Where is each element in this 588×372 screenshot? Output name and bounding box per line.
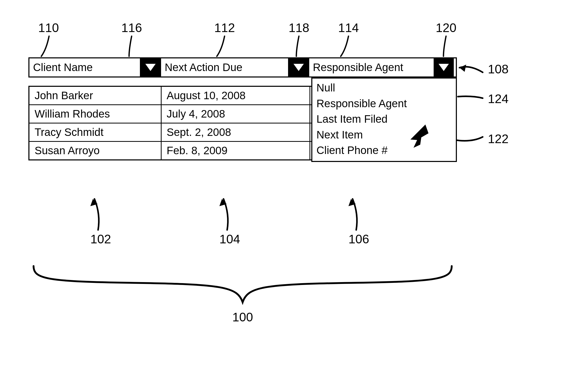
- dropdown-toggle-next-action-due[interactable]: [289, 58, 309, 76]
- header-client-name[interactable]: Client Name: [29, 58, 141, 76]
- dropdown-option-null[interactable]: Null: [316, 80, 452, 96]
- header-next-action-due-label: Next Action Due: [165, 61, 242, 74]
- ref-108: 108: [488, 62, 508, 76]
- svg-marker-0: [459, 65, 466, 72]
- svg-marker-4: [145, 64, 156, 71]
- cell-next-action-due: Feb. 8, 2009: [161, 142, 310, 160]
- dropdown-option-responsible-agent[interactable]: Responsible Agent: [316, 96, 452, 112]
- header-next-action-due[interactable]: Next Action Due: [161, 58, 289, 76]
- leader-lines: [0, 0, 588, 372]
- column-header-row: Client Name Next Action Due Responsible …: [28, 57, 457, 78]
- ref-104: 104: [219, 232, 240, 246]
- svg-marker-6: [439, 64, 449, 71]
- ref-106: 106: [348, 232, 369, 246]
- chevron-down-icon: [293, 63, 304, 72]
- dropdown-toggle-responsible-agent[interactable]: [434, 58, 454, 76]
- cell-next-action-due: Sept. 2, 2008: [161, 123, 310, 142]
- header-responsible-agent[interactable]: Responsible Agent: [309, 58, 434, 76]
- cell-client-name: John Barker: [29, 86, 161, 105]
- dropdown-toggle-client-name[interactable]: [141, 58, 161, 76]
- cell-next-action-due: July 4, 2008: [161, 105, 310, 123]
- curly-brace-icon: [31, 264, 454, 305]
- chevron-down-icon: [438, 63, 449, 72]
- ref-100: 100: [232, 310, 253, 324]
- ref-102: 102: [90, 232, 111, 246]
- svg-marker-7: [410, 125, 428, 148]
- cell-client-name: Tracy Schmidt: [29, 123, 161, 142]
- cell-client-name: Susan Arroyo: [29, 142, 161, 160]
- cell-client-name: William Rhodes: [29, 105, 161, 123]
- cursor-arrow-icon: [408, 121, 436, 150]
- header-client-name-label: Client Name: [33, 61, 93, 74]
- ref-124: 124: [488, 92, 508, 106]
- chevron-down-icon: [145, 63, 156, 72]
- figure-canvas: 110 116 112 118 114 120 Client Name: [0, 0, 588, 372]
- header-responsible-agent-label: Responsible Agent: [313, 61, 403, 74]
- svg-marker-5: [293, 64, 304, 71]
- ref-122: 122: [488, 132, 508, 146]
- cell-next-action-due: August 10, 2008: [161, 86, 310, 105]
